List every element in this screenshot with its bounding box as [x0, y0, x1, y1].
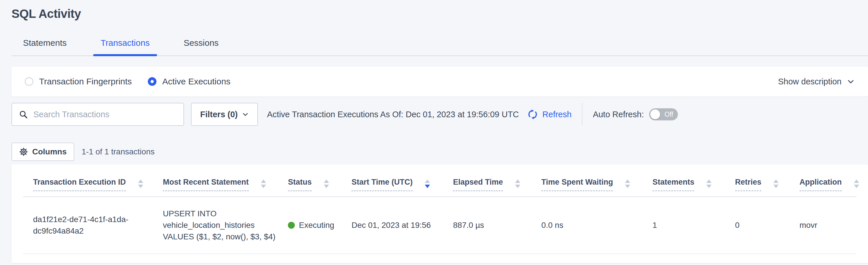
view-mode-radio-group: Transaction Fingerprints Active Executio…: [25, 77, 230, 86]
gear-icon: [19, 147, 28, 156]
status-label: Executing: [299, 219, 334, 231]
toggle-knob[interactable]: [650, 109, 660, 119]
refresh-button[interactable]: Refresh: [526, 108, 572, 121]
sql-activity-page: SQL Activity Statements Transactions Ses…: [0, 0, 868, 265]
sort-icon[interactable]: [515, 180, 520, 188]
cell-elapsed-time: 887.0 µs: [443, 197, 531, 254]
sort-icon[interactable]: [773, 180, 779, 188]
column-header-retries[interactable]: Retries: [725, 164, 789, 197]
auto-refresh-label: Auto Refresh:: [593, 110, 644, 119]
page-title: SQL Activity: [11, 0, 868, 21]
sort-icon[interactable]: [706, 180, 712, 188]
search-input[interactable]: [33, 110, 178, 119]
table-row: da1f21e2-de71-4c1f-a1da-dc9fc94a84a2 UPS…: [23, 197, 857, 254]
column-header-application[interactable]: Application: [789, 164, 857, 197]
toolbar-divider: [582, 103, 582, 126]
column-header-time-spent-waiting[interactable]: Time Spent Waiting: [531, 164, 642, 197]
transactions-table: Transaction Execution ID Most Recent Sta…: [23, 164, 857, 254]
cell-most-recent-statement: UPSERT INTO vehicle_location_histories V…: [153, 197, 278, 254]
asof-text: Active Transaction Executions As Of: Dec…: [267, 110, 519, 119]
refresh-icon: [526, 108, 539, 121]
cell-application: movr: [789, 197, 857, 254]
cell-retries: 0: [725, 197, 789, 254]
sort-icon-active-desc[interactable]: [425, 180, 430, 188]
filters-label: Filters (0): [200, 110, 238, 119]
cell-time-spent-waiting: 0.0 ns: [531, 197, 642, 254]
radio-option-label: Transaction Fingerprints: [39, 77, 132, 86]
results-bar: Columns 1-1 of 1 transactions: [11, 142, 868, 161]
results-count: 1-1 of 1 transactions: [82, 147, 155, 156]
filters-button[interactable]: Filters (0): [191, 103, 258, 126]
column-header-statements[interactable]: Statements: [643, 164, 725, 197]
cell-start-time: Dec 01, 2023 at 19:56: [341, 197, 443, 254]
radio-option-transaction-fingerprints[interactable]: Transaction Fingerprints: [25, 77, 132, 86]
column-header-most-recent-statement[interactable]: Most Recent Statement: [153, 164, 278, 197]
sort-icon[interactable]: [138, 180, 143, 188]
chevron-down-icon: [847, 78, 855, 85]
toggle-state-label: Off: [664, 111, 678, 118]
columns-label: Columns: [32, 147, 67, 156]
column-header-start-time[interactable]: Start Time (UTC): [341, 164, 443, 197]
toolbar: Filters (0) Active Transaction Execution…: [11, 103, 868, 126]
sort-icon[interactable]: [625, 180, 630, 188]
radio-option-label: Active Executions: [162, 77, 230, 86]
refresh-label: Refresh: [542, 110, 572, 119]
tab-transactions[interactable]: Transactions: [93, 38, 157, 55]
view-mode-card: Transaction Fingerprints Active Executio…: [11, 67, 868, 97]
table-header-row: Transaction Execution ID Most Recent Sta…: [23, 164, 857, 197]
column-header-transaction-execution-id[interactable]: Transaction Execution ID: [23, 164, 153, 197]
show-description-button[interactable]: Show description: [778, 77, 855, 86]
cell-transaction-execution-id: da1f21e2-de71-4c1f-a1da-dc9fc94a84a2: [23, 197, 153, 254]
show-description-label: Show description: [778, 77, 841, 86]
sort-icon[interactable]: [324, 180, 329, 188]
auto-refresh-toggle[interactable]: Off: [649, 108, 678, 121]
tab-sessions[interactable]: Sessions: [176, 38, 226, 55]
status-executing-dot: [288, 222, 295, 229]
sort-icon[interactable]: [261, 180, 266, 188]
chevron-down-icon: [242, 111, 249, 118]
cell-status: Executing: [278, 197, 341, 254]
search-box[interactable]: [11, 103, 184, 126]
radio-selected-icon[interactable]: [148, 77, 156, 86]
search-icon: [19, 109, 28, 119]
cell-statements: 1: [643, 197, 725, 254]
radio-unselected-icon[interactable]: [25, 77, 33, 86]
columns-button[interactable]: Columns: [11, 142, 74, 161]
radio-option-active-executions[interactable]: Active Executions: [148, 77, 230, 86]
column-header-elapsed-time[interactable]: Elapsed Time: [443, 164, 531, 197]
sort-icon[interactable]: [854, 180, 859, 188]
column-header-status[interactable]: Status: [278, 164, 341, 197]
tab-statements[interactable]: Statements: [16, 38, 74, 55]
tabs-bar: Statements Transactions Sessions: [11, 38, 868, 56]
transactions-table-card: Transaction Execution ID Most Recent Sta…: [11, 164, 868, 263]
